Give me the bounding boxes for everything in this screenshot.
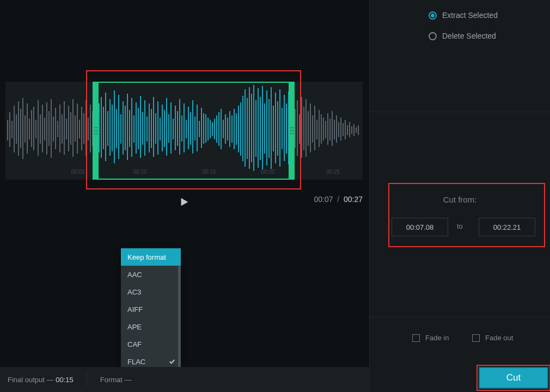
editor-main: 00:05 00:10 00:15 00:20 00:25 00:07 / 00… — [0, 0, 369, 392]
selection-handle-left[interactable] — [93, 82, 99, 180]
radio-delete-selected[interactable]: Delete Selected — [429, 32, 496, 40]
format-indicator: Format — — [100, 376, 132, 384]
play-button[interactable] — [175, 193, 193, 211]
cut-to-input[interactable] — [479, 218, 535, 236]
time-current: 00:07 — [314, 195, 333, 204]
time-readout: 00:07 / 00:27 — [314, 195, 363, 204]
dropdown-scrollbar[interactable] — [178, 266, 181, 372]
checkbox-fade-out[interactable]: Fade out — [472, 334, 513, 342]
side-divider — [370, 112, 550, 112]
side-divider — [370, 317, 550, 317]
cut-from-label: Cut from: — [370, 195, 550, 204]
tick-label: 00:05 — [71, 169, 85, 175]
checkbox-fade-in[interactable]: Fade in — [412, 334, 449, 342]
status-bar: Final output — 00:15 Format — — [0, 367, 369, 392]
play-icon — [178, 196, 190, 208]
highlight-cut-range — [388, 183, 545, 247]
format-option-caf[interactable]: CAF — [121, 335, 181, 353]
waveform[interactable]: 00:05 00:10 00:15 00:20 00:25 — [5, 82, 363, 180]
radio-icon — [429, 32, 437, 40]
check-icon — [169, 358, 175, 365]
format-option-aiff[interactable]: AIFF — [121, 301, 181, 318]
radio-label: Extract Selected — [442, 11, 498, 20]
radio-extract-selected[interactable]: Extract Selected — [429, 11, 498, 20]
status-divider — [87, 373, 87, 386]
tick-label: 00:25 — [326, 169, 340, 175]
format-option-ac3[interactable]: AC3 — [121, 283, 181, 301]
final-output: Final output — 00:15 — [8, 376, 74, 384]
radio-icon — [429, 11, 437, 20]
checkbox-icon — [472, 334, 480, 342]
side-panel: Extract Selected Delete Selected Cut fro… — [369, 0, 550, 392]
cut-to-word: to — [457, 222, 463, 230]
tick-label: 00:15 — [202, 169, 216, 175]
checkbox-label: Fade in — [425, 334, 449, 342]
waveform-time-ticks: 00:05 00:10 00:15 00:20 00:25 — [5, 169, 363, 176]
checkbox-label: Fade out — [485, 334, 513, 342]
format-option-ape[interactable]: APE — [121, 318, 181, 335]
checkbox-icon — [412, 334, 420, 342]
format-option-aac[interactable]: AAC — [121, 266, 181, 283]
waveform-svg — [5, 82, 363, 180]
final-output-value: 00:15 — [56, 376, 74, 384]
radio-label: Delete Selected — [442, 32, 496, 40]
tick-label: 00:10 — [133, 169, 146, 175]
cut-from-input[interactable] — [392, 218, 448, 236]
cut-button[interactable]: Cut — [479, 367, 548, 389]
format-option-keep[interactable]: Keep format — [121, 248, 181, 266]
selection-handle-right[interactable] — [289, 82, 295, 180]
time-total: 00:27 — [344, 195, 363, 204]
tick-label: 00:20 — [261, 169, 274, 175]
